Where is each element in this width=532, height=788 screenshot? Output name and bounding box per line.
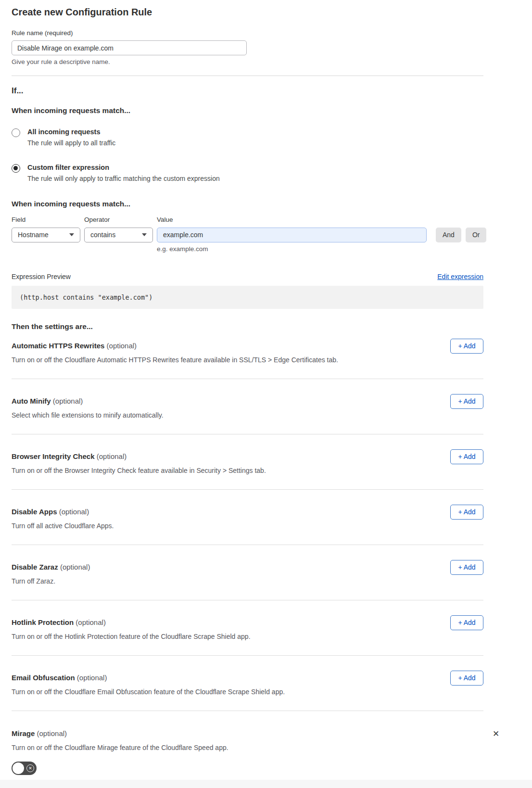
field-column: Field Hostname — [12, 216, 84, 242]
expression-preview-row: Expression Preview Edit expression — [12, 273, 483, 280]
expression-preview-code: (http.host contains "example.com") — [12, 286, 483, 309]
setting-row: Browser Integrity Check (optional) Turn … — [12, 434, 483, 490]
chevron-down-icon — [69, 233, 74, 236]
radio-unselected-icon[interactable] — [12, 128, 20, 137]
builder-heading: When incoming requests match... — [12, 200, 483, 208]
setting-name: Automatic HTTPS Rewrites — [12, 342, 104, 350]
setting-description: Turn off all active Cloudflare Apps. — [12, 522, 483, 530]
setting-title: Hotlink Protection (optional) — [12, 618, 483, 626]
value-helper: e.g. example.com — [157, 245, 483, 253]
add-button[interactable]: + Add — [450, 505, 483, 520]
rule-name-group: Rule name (required) Give your rule a de… — [12, 29, 483, 65]
setting-row: Auto Minify (optional) Select which file… — [12, 379, 483, 434]
radio-selected-icon[interactable] — [12, 164, 20, 173]
setting-row: Disable Apps (optional) Turn off all act… — [12, 490, 483, 545]
setting-description: Turn on or off the Browser Integrity Che… — [12, 467, 483, 474]
rule-name-helper: Give your rule a descriptive name. — [12, 58, 483, 65]
setting-name: Browser Integrity Check — [12, 452, 95, 460]
add-button[interactable]: + Add — [450, 339, 483, 354]
setting-row: Disable Zaraz (optional) Turn off Zaraz.… — [12, 545, 483, 600]
setting-title: Disable Zaraz (optional) — [12, 563, 483, 571]
rule-name-input[interactable] — [12, 40, 247, 55]
operator-select[interactable]: contains — [84, 228, 153, 242]
optional-label: (optional) — [58, 563, 90, 571]
rule-name-label: Rule name (required) — [12, 29, 483, 37]
optional-label: (optional) — [57, 508, 89, 516]
field-select-value: Hostname — [18, 231, 49, 239]
close-icon[interactable]: ✕ — [491, 729, 501, 739]
radio-label: Custom filter expression — [27, 164, 220, 172]
toggle-x-icon: ✕ — [26, 764, 34, 772]
radio-all-incoming-requests[interactable]: All incoming requests The rule will appl… — [12, 128, 483, 147]
create-configuration-rule-page: Create new Configuration Rule Rule name … — [0, 0, 532, 775]
setting-name: Disable Apps — [12, 508, 57, 516]
value-label: Value — [157, 216, 431, 223]
toggle-knob — [13, 763, 24, 774]
section-divider — [12, 76, 483, 76]
operator-column: Operator contains — [84, 216, 157, 242]
expression-builder: When incoming requests match... Field Ho… — [12, 200, 483, 309]
mirage-toggle-off[interactable]: ✕ — [12, 762, 37, 775]
chevron-down-icon — [142, 233, 147, 236]
value-column: Value — [157, 216, 431, 242]
optional-label: (optional) — [95, 452, 127, 460]
optional-label: (optional) — [35, 729, 67, 737]
setting-name: Hotlink Protection — [12, 618, 74, 626]
setting-row: Automatic HTTPS Rewrites (optional) Turn… — [12, 332, 483, 379]
setting-title: Email Obfuscation (optional) — [12, 674, 483, 682]
optional-label: (optional) — [74, 618, 106, 626]
match-type-radio-group: All incoming requests The rule will appl… — [12, 128, 483, 182]
setting-description: Turn on or off the Cloudflare Mirage fea… — [12, 744, 483, 751]
optional-label: (optional) — [104, 342, 137, 350]
setting-title: Browser Integrity Check (optional) — [12, 452, 483, 460]
match-type-heading: When incoming requests match... — [12, 106, 483, 115]
setting-name: Mirage — [12, 729, 35, 737]
optional-label: (optional) — [75, 674, 107, 682]
if-heading: If... — [12, 86, 483, 96]
setting-description: Select which file extensions to minify a… — [12, 411, 483, 419]
setting-title: Disable Apps (optional) — [12, 508, 483, 516]
setting-name: Auto Minify — [12, 397, 51, 405]
radio-description: The rule will apply to all traffic — [27, 139, 115, 147]
radio-label: All incoming requests — [27, 128, 115, 136]
setting-card-mirage: ✕ Mirage (optional) Turn on or off the C… — [12, 711, 483, 775]
add-button[interactable]: + Add — [450, 449, 483, 464]
expression-preview-label: Expression Preview — [12, 273, 71, 280]
setting-description: Turn off Zaraz. — [12, 577, 483, 585]
setting-row: Hotlink Protection (optional) Turn on or… — [12, 600, 483, 656]
add-button[interactable]: + Add — [450, 671, 483, 686]
or-button[interactable]: Or — [466, 228, 487, 242]
optional-label: (optional) — [51, 397, 83, 405]
edit-expression-link[interactable]: Edit expression — [437, 273, 483, 280]
and-button[interactable]: And — [436, 228, 461, 242]
setting-title: Auto Minify (optional) — [12, 397, 483, 405]
setting-name: Email Obfuscation — [12, 674, 75, 682]
add-button[interactable]: + Add — [450, 560, 483, 575]
field-select[interactable]: Hostname — [12, 228, 80, 242]
setting-description: Turn on or off the Hotlink Protection fe… — [12, 633, 483, 640]
settings-list: Automatic HTTPS Rewrites (optional) Turn… — [12, 332, 483, 711]
radio-custom-filter-expression[interactable]: Custom filter expression The rule will o… — [12, 164, 483, 182]
setting-title: Mirage (optional) — [12, 729, 483, 737]
add-button[interactable]: + Add — [450, 394, 483, 409]
radio-description: The rule will only apply to traffic matc… — [27, 175, 220, 182]
setting-description: Turn on or off the Cloudflare Email Obfu… — [12, 688, 483, 696]
add-button[interactable]: + Add — [450, 615, 483, 630]
operator-label: Operator — [84, 216, 157, 223]
page-title: Create new Configuration Rule — [12, 7, 483, 18]
setting-row: Email Obfuscation (optional) Turn on or … — [12, 656, 483, 711]
builder-row: Field Hostname Operator contains Value A… — [12, 216, 483, 242]
setting-title: Automatic HTTPS Rewrites (optional) — [12, 342, 483, 350]
then-settings-heading: Then the settings are... — [12, 322, 483, 331]
setting-description: Turn on or off the Cloudflare Automatic … — [12, 356, 483, 364]
footer-bar — [0, 780, 532, 788]
value-input[interactable] — [157, 228, 427, 242]
field-label: Field — [12, 216, 84, 223]
setting-name: Disable Zaraz — [12, 563, 58, 571]
operator-select-value: contains — [90, 231, 115, 239]
